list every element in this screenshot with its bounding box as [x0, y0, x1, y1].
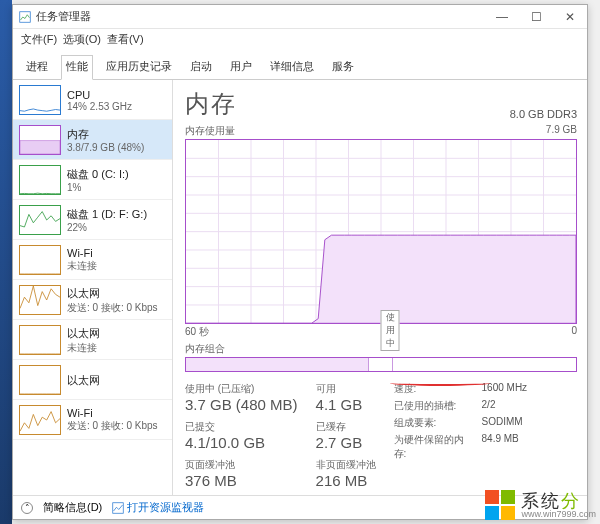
titlebar: 任务管理器 — ☐ ✕ — [13, 5, 587, 29]
sidebar-item-sub: 发送: 0 接收: 0 Kbps — [67, 301, 158, 315]
sidebar-item-name: 以太网 — [67, 286, 158, 301]
tab-进程[interactable]: 进程 — [21, 55, 53, 80]
sidebar-item-name: 以太网 — [67, 326, 100, 341]
sidebar-item-sub: 未连接 — [67, 341, 100, 355]
memory-stats: 使用中 (已压缩) 3.7 GB (480 MB) 已提交 4.1/10.0 G… — [185, 382, 577, 489]
sparkline-thumb — [19, 405, 61, 435]
axis-right: 0 — [571, 325, 577, 339]
sidebar-item-name: Wi-Fi — [67, 407, 158, 419]
menu-file[interactable]: 文件(F) — [19, 31, 59, 48]
sidebar-item-sub: 1% — [67, 182, 129, 193]
sidebar-item-sub: 未连接 — [67, 259, 97, 273]
sidebar-item-sub: 22% — [67, 222, 147, 233]
task-manager-window: 任务管理器 — ☐ ✕ 文件(F) 选项(O) 查看(V) 进程性能应用历史记录… — [12, 4, 588, 520]
sidebar-item-磁盘 0 (C: I:)-2[interactable]: 磁盘 0 (C: I:)1% — [13, 160, 172, 200]
in-use-value: 3.7 GB (480 MB) — [185, 396, 298, 413]
committed-label: 已提交 — [185, 420, 298, 434]
reserved-label: 为硬件保留的内存: — [394, 433, 474, 461]
app-icon — [19, 11, 31, 23]
menu-view[interactable]: 查看(V) — [105, 31, 146, 48]
paged-label: 页面缓冲池 — [185, 458, 298, 472]
sparkline-thumb — [19, 245, 61, 275]
sparkline-thumb — [19, 285, 61, 315]
windows-logo-icon — [485, 490, 515, 520]
sidebar-item-name: 以太网 — [67, 373, 100, 388]
formfactor-label: 组成要素: — [394, 416, 474, 430]
sparkline-thumb — [19, 365, 61, 395]
sparkline-thumb — [19, 165, 61, 195]
sparkline-thumb — [19, 325, 61, 355]
slots-value: 2/2 — [482, 399, 496, 413]
paged-value: 376 MB — [185, 472, 298, 489]
sidebar-item-sub: 发送: 0 接收: 0 Kbps — [67, 419, 158, 433]
sparkline-thumb — [19, 205, 61, 235]
available-value: 4.1 GB — [316, 396, 376, 413]
in-use-label: 使用中 (已压缩) — [185, 382, 298, 396]
resmon-icon — [112, 502, 124, 514]
sidebar-item-sub: 3.8/7.9 GB (48%) — [67, 142, 144, 153]
sidebar-item-name: 内存 — [67, 127, 144, 142]
collapse-icon[interactable]: ˄ — [21, 502, 33, 514]
simple-view-link[interactable]: 简略信息(D) — [43, 500, 102, 515]
page-title: 内存 — [185, 88, 237, 120]
memory-spec: 8.0 GB DDR3 — [510, 108, 577, 120]
annotation-underline — [390, 380, 490, 386]
sidebar-item-name: 磁盘 0 (C: I:) — [67, 167, 129, 182]
formfactor-value: SODIMM — [482, 416, 523, 430]
watermark: 系统分 www.win7999.com — [485, 490, 596, 520]
performance-sidebar: CPU14% 2.53 GHz内存3.8/7.9 GB (48%)磁盘 0 (C… — [13, 80, 173, 495]
sidebar-item-Wi-Fi-4[interactable]: Wi-Fi未连接 — [13, 240, 172, 280]
sidebar-item-磁盘 1 (D: F: G:)-3[interactable]: 磁盘 1 (D: F: G:)22% — [13, 200, 172, 240]
chart-ymax: 7.9 GB — [546, 124, 577, 138]
chart-title: 内存使用量 — [185, 124, 235, 138]
sidebar-item-以太网-5[interactable]: 以太网发送: 0 接收: 0 Kbps — [13, 280, 172, 320]
menu-options[interactable]: 选项(O) — [61, 31, 103, 48]
sidebar-item-sub: 14% 2.53 GHz — [67, 101, 132, 112]
sidebar-item-以太网-7[interactable]: 以太网 — [13, 360, 172, 400]
slots-label: 已使用的插槽: — [394, 399, 474, 413]
nonpaged-label: 非页面缓冲池 — [316, 458, 376, 472]
tab-性能[interactable]: 性能 — [61, 55, 93, 80]
svg-rect-21 — [113, 502, 124, 513]
tab-用户[interactable]: 用户 — [225, 55, 257, 80]
sidebar-item-以太网-6[interactable]: 以太网未连接 — [13, 320, 172, 360]
tab-应用历史记录[interactable]: 应用历史记录 — [101, 55, 177, 80]
sidebar-item-内存-1[interactable]: 内存3.8/7.9 GB (48%) — [13, 120, 172, 160]
reserved-value: 84.9 MB — [482, 433, 519, 461]
maximize-button[interactable]: ☐ — [519, 6, 553, 28]
tab-bar: 进程性能应用历史记录启动用户详细信息服务 — [13, 52, 587, 80]
sidebar-item-CPU-0[interactable]: CPU14% 2.53 GHz — [13, 80, 172, 120]
nonpaged-value: 216 MB — [316, 472, 376, 489]
main-panel: 内存 8.0 GB DDR3 内存使用量 7.9 GB 60 秒 使用中 0 内… — [173, 80, 587, 495]
cached-label: 已缓存 — [316, 420, 376, 434]
cached-value: 2.7 GB — [316, 434, 376, 451]
memory-usage-chart — [185, 139, 577, 324]
sidebar-item-name: 磁盘 1 (D: F: G:) — [67, 207, 147, 222]
tab-启动[interactable]: 启动 — [185, 55, 217, 80]
sparkline-thumb — [19, 85, 61, 115]
tab-详细信息[interactable]: 详细信息 — [265, 55, 319, 80]
minimize-button[interactable]: — — [485, 6, 519, 28]
open-resmon-link[interactable]: 打开资源监视器 — [112, 500, 204, 515]
available-label: 可用 — [316, 382, 376, 396]
close-button[interactable]: ✕ — [553, 6, 587, 28]
menubar: 文件(F) 选项(O) 查看(V) — [13, 29, 587, 52]
axis-left: 60 秒 — [185, 325, 209, 339]
sparkline-thumb — [19, 125, 61, 155]
sidebar-item-Wi-Fi-8[interactable]: Wi-Fi发送: 0 接收: 0 Kbps — [13, 400, 172, 440]
tab-服务[interactable]: 服务 — [327, 55, 359, 80]
sidebar-item-name: CPU — [67, 89, 132, 101]
committed-value: 4.1/10.0 GB — [185, 434, 298, 451]
memory-composition-bar — [185, 357, 577, 372]
speed-value: 1600 MHz — [482, 382, 528, 396]
window-title: 任务管理器 — [36, 9, 91, 24]
sidebar-item-name: Wi-Fi — [67, 247, 97, 259]
